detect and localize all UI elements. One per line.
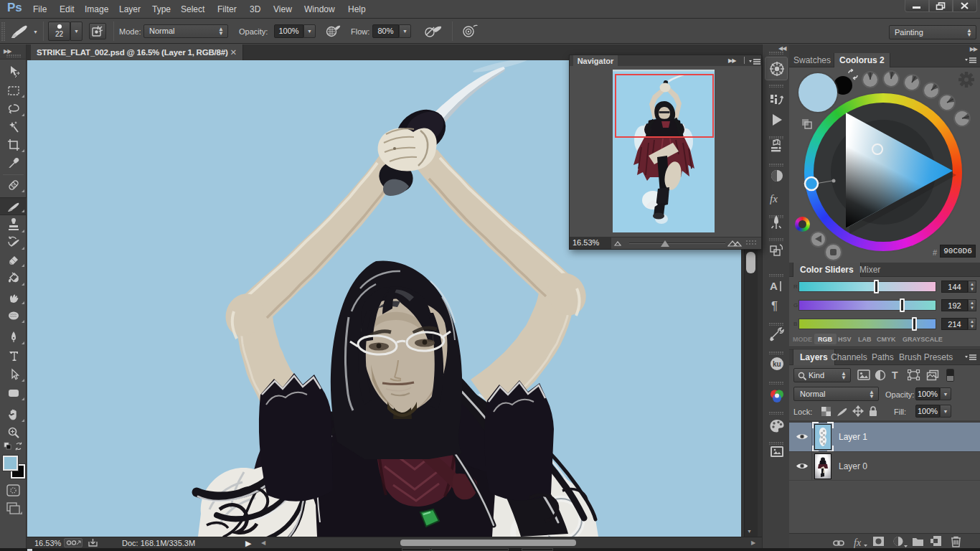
- svg-text:fx: fx: [770, 193, 778, 204]
- svg-text:¶: ¶: [771, 299, 778, 313]
- svg-text:A: A: [770, 280, 778, 292]
- svg-text:ku: ku: [773, 360, 781, 368]
- svg-text:fx: fx: [854, 537, 862, 548]
